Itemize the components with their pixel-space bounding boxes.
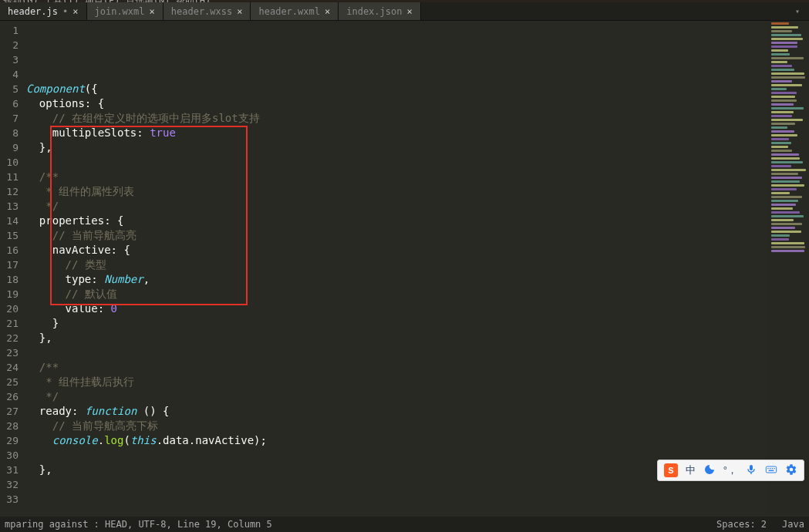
- tab-header-wxml[interactable]: header.wxml×: [251, 2, 339, 20]
- code-line[interactable]: ready: function () {: [26, 404, 767, 419]
- code-line[interactable]: },: [26, 463, 767, 477]
- code-line[interactable]: properties: {: [26, 214, 767, 228]
- code-line[interactable]: // 默认值: [26, 287, 767, 301]
- close-icon[interactable]: ×: [72, 6, 78, 17]
- minimap-line: [771, 192, 790, 194]
- code-line[interactable]: value: 0: [26, 301, 767, 316]
- keyboard-icon[interactable]: [765, 463, 777, 478]
- minimap-line: [771, 184, 804, 187]
- line-number[interactable]: 14: [0, 214, 19, 228]
- code-line[interactable]: // 当前导航高亮: [26, 228, 767, 243]
- code-line[interactable]: multipleSlots: true: [26, 126, 767, 140]
- line-number[interactable]: 4: [0, 67, 19, 82]
- gear-icon[interactable]: [785, 463, 797, 478]
- code-line[interactable]: /**: [26, 170, 767, 184]
- tab-index-json[interactable]: index.json×: [339, 2, 420, 20]
- svg-rect-5: [769, 470, 774, 470]
- line-number[interactable]: 21: [0, 316, 19, 331]
- code-line[interactable]: [26, 345, 767, 360]
- line-number[interactable]: 1: [0, 23, 19, 38]
- line-number[interactable]: 24: [0, 360, 19, 375]
- minimap-line: [771, 84, 802, 86]
- line-number[interactable]: 7: [0, 111, 19, 126]
- code-line[interactable]: navActive: {: [26, 243, 767, 258]
- line-number[interactable]: 11: [0, 170, 19, 184]
- line-number[interactable]: 28: [0, 419, 19, 433]
- line-number[interactable]: 20: [0, 301, 19, 316]
- code-line[interactable]: [26, 155, 767, 170]
- line-number[interactable]: 9: [0, 140, 19, 155]
- line-number[interactable]: 13: [0, 199, 19, 214]
- code-line[interactable]: console.log(this.data.navActive);: [26, 433, 767, 448]
- line-number[interactable]: 33: [0, 492, 19, 507]
- line-number[interactable]: 5: [0, 82, 19, 96]
- code-line[interactable]: * 组件挂载后执行: [26, 375, 767, 389]
- code-line[interactable]: [26, 492, 767, 507]
- code-line[interactable]: // 类型: [26, 258, 767, 272]
- close-icon[interactable]: ×: [406, 6, 412, 17]
- tab-header-js[interactable]: header.js•×: [0, 2, 87, 20]
- code-line[interactable]: [26, 448, 767, 463]
- line-number[interactable]: 18: [0, 272, 19, 287]
- moon-icon[interactable]: [703, 463, 716, 478]
- code-line[interactable]: * 组件的属性列表: [26, 184, 767, 199]
- line-number[interactable]: 23: [0, 345, 19, 360]
- close-icon[interactable]: ×: [325, 6, 330, 17]
- line-number[interactable]: 29: [0, 433, 19, 448]
- minimap-line: [771, 204, 796, 206]
- line-number[interactable]: 2: [0, 38, 19, 52]
- minimap-line: [771, 88, 787, 90]
- line-number[interactable]: 12: [0, 184, 19, 199]
- line-number[interactable]: 25: [0, 375, 19, 389]
- tab-header-wxss[interactable]: header.wxss×: [163, 2, 251, 20]
- line-number[interactable]: 19: [0, 287, 19, 301]
- line-number[interactable]: 22: [0, 331, 19, 345]
- code-line[interactable]: type: Number,: [26, 272, 767, 287]
- line-number[interactable]: 3: [0, 52, 19, 67]
- tab-label: header.wxss: [171, 6, 232, 17]
- line-number[interactable]: 17: [0, 258, 19, 272]
- line-number[interactable]: 10: [0, 155, 19, 170]
- line-number[interactable]: 26: [0, 389, 19, 404]
- minimap-line: [771, 53, 790, 56]
- code-line[interactable]: /**: [26, 360, 767, 375]
- sogou-logo-icon[interactable]: S: [664, 463, 678, 477]
- minimap-line: [771, 96, 795, 98]
- code-line[interactable]: [26, 477, 767, 492]
- code-line[interactable]: */: [26, 199, 767, 214]
- minimap-line: [771, 207, 793, 210]
- tab-join-wxml[interactable]: join.wxml×: [87, 2, 163, 20]
- code-line[interactable]: options: {: [26, 96, 767, 111]
- code-content[interactable]: Component({ options: { // 在组件定义时的选项中启用多s…: [26, 21, 767, 514]
- line-number-gutter[interactable]: 1234567891011121314151617181920212223242…: [0, 21, 26, 514]
- minimap-line: [771, 188, 797, 190]
- code-line[interactable]: // 当前导航高亮下标: [26, 419, 767, 433]
- ime-toolbar[interactable]: S 中 °，: [657, 460, 804, 481]
- status-indent[interactable]: Spaces: 2: [716, 519, 767, 530]
- code-line[interactable]: */: [26, 389, 767, 404]
- tab-overflow-button[interactable]: ▾: [786, 2, 809, 20]
- code-line[interactable]: },: [26, 140, 767, 155]
- line-number[interactable]: 16: [0, 243, 19, 258]
- line-number[interactable]: 27: [0, 404, 19, 419]
- line-number[interactable]: 30: [0, 448, 19, 463]
- line-number[interactable]: 15: [0, 228, 19, 243]
- mic-icon[interactable]: [745, 463, 757, 478]
- code-line[interactable]: }: [26, 316, 767, 331]
- code-line[interactable]: },: [26, 331, 767, 345]
- code-line[interactable]: // 在组件定义时的选项中启用多slot支持: [26, 111, 767, 126]
- line-number[interactable]: 6: [0, 96, 19, 111]
- line-number[interactable]: 8: [0, 126, 19, 140]
- ime-lang-indicator[interactable]: 中: [686, 463, 696, 477]
- dirty-dot-icon: •: [62, 6, 68, 17]
- code-line[interactable]: Component({: [26, 82, 767, 96]
- close-icon[interactable]: ×: [237, 6, 242, 17]
- bullet-comma-icon[interactable]: °，: [723, 463, 737, 477]
- code-line[interactable]: [26, 67, 767, 82]
- line-number[interactable]: 32: [0, 477, 19, 492]
- minimap[interactable]: [767, 21, 809, 514]
- status-left[interactable]: mparing against : HEAD, UTF-8, Line 19, …: [5, 519, 272, 530]
- status-language[interactable]: Java: [782, 519, 804, 530]
- line-number[interactable]: 31: [0, 463, 19, 477]
- close-icon[interactable]: ×: [150, 6, 155, 17]
